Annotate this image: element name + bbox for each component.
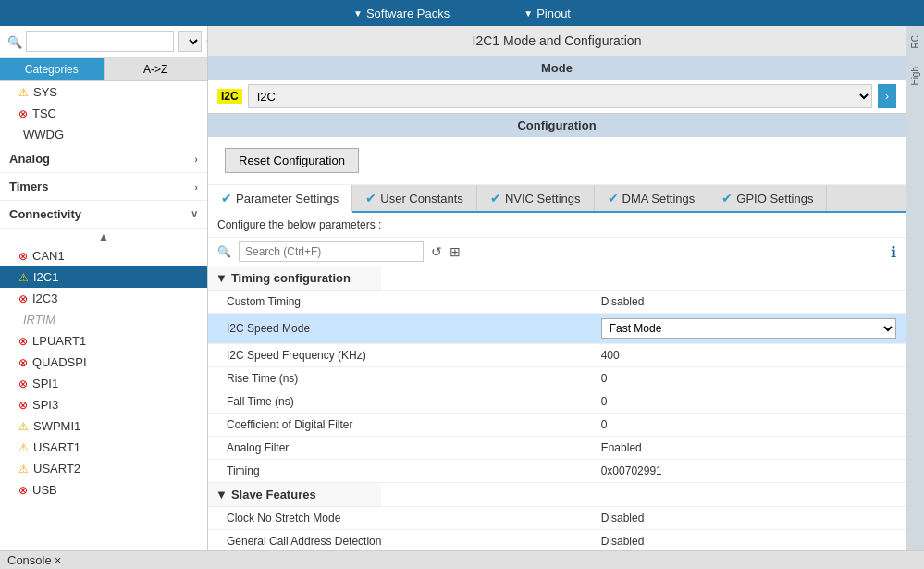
sidebar-tabs: Categories A->Z (0, 58, 207, 81)
tab-parameter-settings[interactable]: ✔ Parameter Settings (208, 185, 352, 213)
collapse-icon[interactable]: ▼ (216, 271, 228, 285)
sidebar-section-timers[interactable]: Timers › (0, 173, 207, 201)
refresh-icon[interactable]: ↺ (431, 244, 442, 259)
main-layout: 🔍 ⚙ Categories A->Z ⚠ SYS ⊗ TSC WWDG (0, 26, 924, 550)
section-label: Timers (9, 179, 48, 193)
sidebar-item-i2c1[interactable]: ⚠ I2C1 (0, 266, 207, 288)
table-row[interactable]: I2C Speed Mode Fast Mode Standard Mode F… (208, 314, 906, 344)
section-label: Analog (9, 152, 50, 166)
expand-icon[interactable]: ⊞ (450, 244, 461, 259)
sidebar-item-label: USB (32, 483, 57, 497)
warning-icon: ⚠ (18, 271, 29, 284)
pinout-label: Pinout (536, 6, 571, 20)
i2c-label: I2C (217, 89, 242, 104)
table-row: Fall Time (ns) 0 (208, 390, 906, 414)
right-panel-high[interactable]: High (910, 67, 920, 86)
tab-az[interactable]: A->Z (105, 58, 208, 80)
sidebar-item-label: CAN1 (32, 249, 65, 263)
section-timing: ▼ Timing configuration (208, 266, 906, 291)
table-row: General Call Address Detection Disabled (208, 530, 906, 551)
sidebar-item-label: SPI3 (32, 398, 58, 412)
console-tab[interactable]: Console × (7, 553, 61, 567)
param-value: 0 (592, 390, 906, 414)
sidebar-item-irtim[interactable]: IRTIM (0, 309, 207, 330)
warning-icon: ⚠ (18, 420, 29, 433)
sidebar-search-dropdown[interactable] (178, 31, 202, 52)
param-value: 0 (592, 367, 906, 390)
right-panel: RC High (906, 26, 924, 550)
reset-config-button[interactable]: Reset Configuration (225, 148, 359, 173)
tab-gpio-settings[interactable]: ✔ GPIO Settings (708, 185, 827, 211)
param-label: General Call Address Detection (208, 530, 592, 551)
tab-label: Parameter Settings (236, 192, 339, 205)
chevron-right-icon: › (194, 181, 198, 192)
sidebar-item-sys[interactable]: ⚠ SYS (0, 81, 207, 103)
params-label: Configure the below parameters : (208, 213, 906, 238)
chevron-down-icon: ▼ (353, 8, 363, 19)
content-title: I2C1 Mode and Configuration (208, 26, 906, 56)
mode-arrow-button[interactable]: › (878, 84, 896, 108)
sidebar-item-label: I2C3 (32, 291, 57, 305)
warning-icon: ⚠ (18, 441, 29, 454)
sidebar-item-spi1[interactable]: ⊗ SPI1 (0, 373, 207, 394)
scroll-up-arrow[interactable]: ▲ (0, 229, 207, 245)
console-label: Console (7, 553, 52, 567)
software-packs-menu[interactable]: ▼ Software Packs (353, 6, 450, 20)
sidebar-item-swpmi1[interactable]: ⚠ SWPMI1 (0, 415, 207, 437)
section-label: Connectivity (9, 207, 81, 221)
collapse-icon[interactable]: ▼ (216, 488, 228, 501)
sidebar-item-label: QUADSPI (32, 355, 87, 369)
param-value: 0x00702991 (592, 460, 906, 483)
sidebar-item-usart2[interactable]: ⚠ USART2 (0, 458, 207, 479)
sidebar-search-input[interactable] (26, 31, 174, 52)
sidebar-item-spi3[interactable]: ⊗ SPI3 (0, 394, 207, 415)
sidebar-item-usb[interactable]: ⊗ USB (0, 479, 207, 501)
chevron-down-icon: ▼ (524, 8, 533, 19)
sidebar-item-can1[interactable]: ⊗ CAN1 (0, 245, 207, 266)
params-search-input[interactable] (239, 241, 424, 262)
param-label: Custom Timing (208, 291, 592, 314)
right-panel-rc[interactable]: RC (910, 35, 920, 48)
chevron-down-icon: ∨ (191, 208, 198, 220)
sidebar-item-i2c3[interactable]: ⊗ I2C3 (0, 288, 207, 309)
warning-icon: ⚠ (18, 86, 29, 99)
info-icon[interactable]: ℹ (891, 243, 896, 261)
sidebar-item-label: USART1 (33, 440, 80, 454)
sidebar-item-label: USART2 (33, 462, 80, 476)
sidebar-item-usart1[interactable]: ⚠ USART1 (0, 437, 207, 458)
tab-user-constants[interactable]: ✔ User Constants (352, 185, 477, 211)
mode-select[interactable]: I2C Disable (248, 84, 872, 108)
param-label: Clock No Stretch Mode (208, 507, 592, 530)
tab-nvic-settings[interactable]: ✔ NVIC Settings (477, 185, 595, 211)
check-icon: ✔ (365, 191, 376, 205)
tab-dma-settings[interactable]: ✔ DMA Settings (595, 185, 709, 211)
sidebar-section-connectivity[interactable]: Connectivity ∨ (0, 201, 207, 229)
content-area: I2C1 Mode and Configuration Mode I2C I2C… (208, 26, 906, 550)
pinout-menu[interactable]: ▼ Pinout (524, 6, 571, 20)
table-row: Coefficient of Digital Filter 0 (208, 414, 906, 437)
param-value-cell[interactable]: Fast Mode Standard Mode Fast Mode Plus (592, 314, 906, 344)
table-row: Rise Time (ns) 0 (208, 367, 906, 390)
check-icon: ✔ (608, 191, 619, 205)
close-icon[interactable]: × (55, 553, 62, 567)
section-slave-features: ▼ Slave Features (208, 483, 906, 507)
i2c-speed-mode-select[interactable]: Fast Mode Standard Mode Fast Mode Plus (601, 318, 896, 339)
param-value: Disabled (592, 507, 906, 530)
tab-categories[interactable]: Categories (0, 58, 105, 80)
sidebar-item-wwdg[interactable]: WWDG (0, 124, 207, 145)
params-table: ▼ Timing configuration Custom Timing Dis… (208, 266, 906, 550)
error-icon: ⊗ (18, 292, 28, 305)
bottom-bar: Console × (0, 550, 924, 569)
param-tabs: ✔ Parameter Settings ✔ User Constants ✔ … (208, 185, 906, 213)
tab-label: User Constants (380, 192, 463, 205)
sidebar-section-analog[interactable]: Analog › (0, 145, 207, 173)
sidebar-item-quadspi[interactable]: ⊗ QUADSPI (0, 352, 207, 373)
tab-label: DMA Settings (622, 192, 696, 205)
param-label: I2C Speed Mode (208, 314, 592, 344)
sidebar-item-tsc[interactable]: ⊗ TSC (0, 103, 207, 124)
tab-label: NVIC Settings (505, 192, 581, 205)
param-label: Coefficient of Digital Filter (208, 414, 592, 437)
param-label: Fall Time (ns) (208, 390, 592, 414)
param-label: Timing (208, 460, 592, 483)
sidebar-item-lpuart1[interactable]: ⊗ LPUART1 (0, 330, 207, 352)
